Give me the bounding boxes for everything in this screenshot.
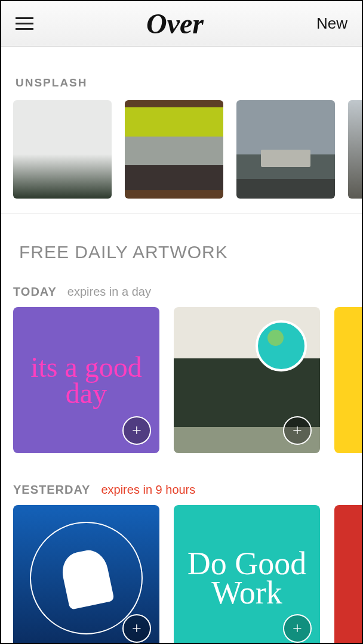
add-button[interactable]: + [283,614,312,643]
add-button[interactable]: + [122,416,151,445]
globe-icon [256,320,307,371]
unsplash-thumb[interactable] [125,100,223,199]
today-expires: expires in a day [67,285,151,299]
plus-icon: + [293,621,302,636]
artwork-tile[interactable]: + [13,505,159,643]
unsplash-thumb[interactable] [236,100,335,199]
artwork-title: FREE DAILY ARTWORK [1,213,362,285]
artwork-tile[interactable]: Do Good Work + [174,505,320,643]
tile-text: Do Good Work [184,549,309,607]
menu-icon[interactable] [16,17,33,30]
today-header: TODAY expires in a day [1,285,362,307]
yesterday-label: YESTERDAY [13,483,90,497]
unsplash-row[interactable] [1,100,362,213]
yesterday-header: YESTERDAY expires in 9 hours [1,483,362,505]
today-label: TODAY [13,285,57,299]
artwork-tile[interactable]: R [334,307,362,453]
unsplash-thumb[interactable] [348,100,362,199]
new-button[interactable]: New [316,14,347,33]
plus-icon: + [293,421,302,440]
plus-icon: + [132,619,141,638]
artwork-tile[interactable]: its a good day + [13,307,159,453]
yesterday-row[interactable]: + Do Good Work + C TO [1,505,362,643]
tile-text: its a good day [25,354,147,405]
app-header: Over New [1,1,362,47]
main-scroll[interactable]: UNSPLASH FREE DAILY ARTWORK TODAY expire… [1,47,362,643]
app-logo: Over [146,7,204,40]
today-row[interactable]: its a good day + + R [1,307,362,483]
artwork-tile[interactable]: C TO [334,505,362,643]
artwork-tile[interactable]: + [174,307,320,453]
yesterday-expires: expires in 9 hours [101,483,195,497]
unsplash-thumb[interactable] [13,100,112,199]
unsplash-label: UNSPLASH [1,47,362,100]
plus-icon: + [132,423,141,438]
add-button[interactable]: + [283,416,312,445]
add-button[interactable]: + [122,614,151,643]
